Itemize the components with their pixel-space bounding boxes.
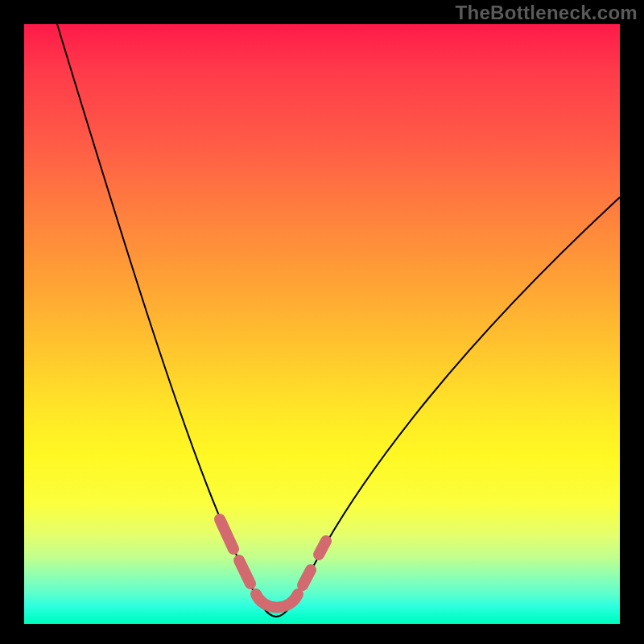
optimal-marker-right-1 [303,570,311,585]
watermark-text: TheBottleneck.com [456,2,638,24]
optimal-marker-left-1 [220,519,233,549]
optimal-marker-left-2 [239,560,250,584]
chart-frame: TheBottleneck.com [0,0,644,644]
curve-svg [24,24,620,624]
plot-area [24,24,620,624]
optimal-marker-bottom [256,594,298,608]
optimal-marker-right-2 [319,541,326,555]
bottleneck-curve [57,24,620,617]
